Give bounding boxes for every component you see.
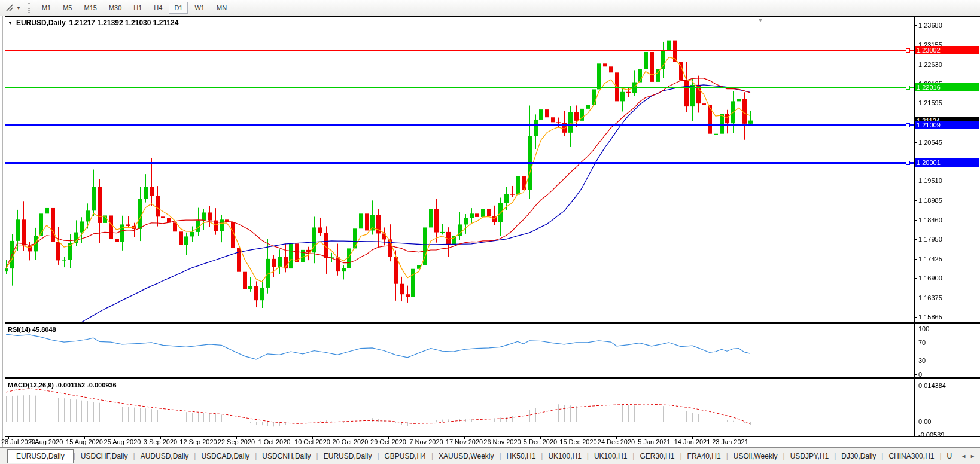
horizontal-line-1.23002[interactable] bbox=[5, 50, 914, 51]
chart-ohlc-values: 1.21217 1.21392 1.21030 1.21124 bbox=[69, 19, 179, 27]
date-axis-label: 10 Oct 2020 bbox=[294, 438, 330, 445]
chart-tab-bar: EURUSD,Daily|USDCHF,Daily|AUDUSD,Daily|U… bbox=[0, 448, 980, 464]
date-axis-label: 12 Sep 2020 bbox=[179, 438, 217, 445]
price-axis-tick bbox=[914, 259, 917, 260]
chart-tab-dj30-daily[interactable]: DJ30,Daily bbox=[836, 450, 881, 463]
hline-price-badge: 1.20001 bbox=[915, 158, 979, 167]
price-axis-label: 1.18985 bbox=[918, 197, 942, 204]
price-axis-label: 1.21595 bbox=[918, 99, 942, 106]
chart-symbol-period: EURUSD,Daily bbox=[16, 19, 66, 27]
date-axis-label: 14 Jan 2021 bbox=[674, 438, 711, 445]
chart-tab-uk100-h1[interactable]: UK100,H1 bbox=[589, 450, 632, 463]
horizontal-line-handle[interactable] bbox=[906, 161, 910, 165]
price-axis-label: 1.16900 bbox=[918, 274, 942, 282]
date-axis-label: 26 Nov 2020 bbox=[483, 438, 521, 445]
macd-axis-tick bbox=[914, 435, 917, 435]
chart-tab-hk50-h1[interactable]: HK50,H1 bbox=[501, 450, 541, 463]
price-axis-label: 1.22630 bbox=[918, 61, 942, 68]
chart-tab-usdcnh-daily[interactable]: USDCNH,Daily bbox=[257, 450, 316, 463]
macd-axis-label: 0.00 bbox=[918, 418, 931, 425]
date-axis-label: 6 Aug 2020 bbox=[30, 438, 63, 445]
chart-tab-eurusd-daily[interactable]: EURUSD,Daily bbox=[318, 450, 378, 463]
price-axis-tick bbox=[914, 239, 917, 240]
date-axis-label: 15 Aug 2020 bbox=[66, 438, 103, 445]
tab-scroll-controls: ◄ ► bbox=[958, 448, 978, 464]
price-axis-tick bbox=[914, 103, 917, 103]
price-axis-tick bbox=[914, 200, 917, 201]
date-axis-label: 23 Jan 2021 bbox=[712, 438, 748, 445]
chart-shift-marker-icon[interactable]: ▼ bbox=[757, 17, 763, 23]
hline-price-badge: 1.21009 bbox=[915, 121, 979, 129]
chart-tab-eurusd-daily[interactable]: EURUSD,Daily bbox=[7, 449, 74, 463]
chart-tab-gbpusd-h4[interactable]: GBPUSD,H4 bbox=[379, 450, 431, 463]
date-axis-label: 5 Dec 2020 bbox=[524, 438, 557, 445]
horizontal-line-1.22016[interactable] bbox=[5, 87, 914, 88]
chart-tab-usdchf-daily[interactable]: USDCHF,Daily bbox=[75, 450, 133, 463]
price-axis-tick bbox=[914, 278, 917, 279]
chart-tab-ger30-h1[interactable]: GER30,H1 bbox=[634, 450, 680, 463]
horizontal-line-handle[interactable] bbox=[906, 86, 910, 90]
rsi-level-line bbox=[5, 361, 914, 361]
price-axis-tick bbox=[914, 317, 917, 318]
tab-scroll-left-icon[interactable]: ◄ bbox=[961, 453, 966, 459]
rsi-label: RSI(14) 45.8048 bbox=[8, 326, 56, 333]
macd-axis-tick bbox=[914, 422, 917, 422]
date-axis-label: 15 Dec 2020 bbox=[559, 438, 596, 445]
horizontal-line-1.20001[interactable] bbox=[5, 162, 914, 164]
chart-tab-usoil-weekly[interactable]: USOil,Weekly bbox=[728, 450, 783, 463]
chart-tab-usdcad-daily[interactable]: USDCAD,Daily bbox=[196, 450, 255, 463]
chart-tab-china300-h1[interactable]: CHINA300,H1 bbox=[883, 450, 939, 463]
rsi-axis-label: 100 bbox=[918, 325, 929, 332]
hline-price-badge: 1.23002 bbox=[915, 46, 979, 54]
price-axis-tick bbox=[914, 298, 917, 298]
date-axis-label: 7 Nov 2020 bbox=[409, 438, 443, 445]
date-axis-label: 29 Oct 2020 bbox=[370, 438, 406, 445]
price-axis-tick bbox=[914, 65, 917, 65]
date-axis-label: 3 Sep 2020 bbox=[144, 438, 177, 445]
chart-tab-fra40-h1[interactable]: FRA40,H1 bbox=[682, 450, 726, 463]
macd-axis-label: -0.00539 bbox=[918, 431, 944, 438]
macd-axis-tick bbox=[914, 386, 917, 386]
horizontal-line-handle[interactable] bbox=[906, 123, 910, 127]
price-chart-canvas[interactable] bbox=[0, 0, 980, 464]
date-axis-label: 1 Oct 2020 bbox=[258, 438, 291, 445]
price-axis-label: 1.23680 bbox=[918, 22, 942, 29]
price-axis-label: 1.16375 bbox=[918, 294, 942, 301]
rsi-axis-label: 0 bbox=[918, 371, 922, 378]
price-axis-label: 1.15865 bbox=[918, 313, 942, 320]
tab-scroll-right-icon[interactable]: ► bbox=[970, 453, 975, 459]
price-axis-label: 1.17425 bbox=[918, 255, 942, 262]
rsi-axis-tick bbox=[914, 361, 917, 361]
chart-menu-arrow-icon[interactable]: ▼ bbox=[8, 20, 13, 26]
rsi-axis-tick bbox=[914, 343, 917, 343]
chart-tab-u[interactable]: U bbox=[942, 450, 958, 463]
price-axis-label: 1.19510 bbox=[918, 177, 942, 184]
mt4-window: ▼ M1M5M15M30H1H4D1W1MN ▼ EURUSD,Daily 1.… bbox=[0, 0, 980, 464]
date-axis-label: 5 Jan 2021 bbox=[638, 438, 670, 445]
price-axis-tick bbox=[914, 220, 917, 221]
chart-tab-xauusd-weekly[interactable]: XAUUSD,Weekly bbox=[433, 450, 499, 463]
price-axis-tick bbox=[914, 45, 917, 45]
macd-label: MACD(12,26,9) -0.001152 -0.000936 bbox=[8, 381, 117, 389]
rsi-axis-label: 70 bbox=[918, 339, 926, 346]
price-axis-label: 1.18460 bbox=[918, 216, 942, 224]
rsi-axis-label: 30 bbox=[918, 357, 926, 364]
rsi-axis-tick bbox=[914, 374, 917, 375]
date-axis-label: 22 Sep 2020 bbox=[218, 438, 255, 445]
rsi-level-line bbox=[5, 343, 914, 343]
chart-tab-uk100-h1[interactable]: UK100,H1 bbox=[543, 450, 586, 463]
price-axis-label: 1.17950 bbox=[918, 236, 942, 243]
chart-tab-audusd-daily[interactable]: AUDUSD,Daily bbox=[135, 450, 194, 463]
chart-title: ▼ EURUSD,Daily 1.21217 1.21392 1.21030 1… bbox=[8, 19, 178, 27]
date-axis-label: 24 Dec 2020 bbox=[598, 438, 635, 445]
price-axis-tick bbox=[914, 25, 917, 26]
price-axis-label: 1.20545 bbox=[918, 139, 942, 146]
macd-axis-label: 0.014384 bbox=[918, 382, 946, 389]
horizontal-line-handle[interactable] bbox=[906, 48, 910, 53]
horizontal-line-1.21009[interactable] bbox=[5, 124, 914, 126]
hline-price-badge: 1.22016 bbox=[915, 83, 979, 91]
chart-tab-usdjpy-h1[interactable]: USDJPY,H1 bbox=[785, 450, 834, 463]
price-axis-tick bbox=[914, 142, 917, 143]
date-axis-label: 20 Oct 2020 bbox=[333, 438, 369, 445]
date-axis-label: 25 Aug 2020 bbox=[104, 438, 141, 445]
